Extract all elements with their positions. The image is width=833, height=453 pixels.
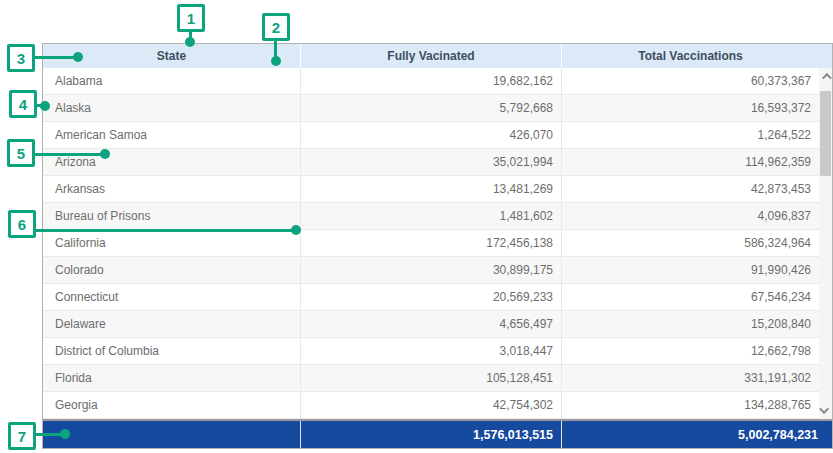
table-row[interactable]: Connecticut 20,569,233 67,546,234 [43, 284, 832, 311]
totals-fully-vaccinated: 1,576,013,515 [300, 421, 561, 448]
callout-7: 7 [8, 422, 36, 450]
column-header-fully-vaccinated[interactable]: Fully Vacinated [300, 44, 561, 68]
scroll-down-button[interactable] [819, 403, 832, 418]
state-cell: Florida [43, 365, 300, 391]
table-body: Alabama 19,682,162 60,373,367 Alaska 5,7… [43, 68, 832, 419]
state-cell: Connecticut [43, 284, 300, 310]
state-cell: Colorado [43, 257, 300, 283]
fully-vaccinated-cell: 3,018,447 [300, 338, 561, 364]
table-row[interactable]: American Samoa 426,070 1,264,522 [43, 122, 832, 149]
table-row[interactable]: Arkansas 13,481,269 42,873,453 [43, 176, 832, 203]
callout-5: 5 [7, 139, 35, 167]
fully-vaccinated-cell: 42,754,302 [300, 392, 561, 418]
table-header-row: State Fully Vacinated Total Vaccinations [43, 44, 832, 68]
total-vaccinations-cell: 16,593,372 [561, 95, 832, 121]
callout-1-dot [185, 37, 195, 47]
total-vaccinations-cell: 15,208,840 [561, 311, 832, 337]
callout-5-line [34, 153, 105, 156]
callout-3-dot [73, 52, 83, 62]
table-row[interactable]: Delaware 4,656,497 15,208,840 [43, 311, 832, 338]
table-row[interactable]: Alabama 19,682,162 60,373,367 [43, 68, 832, 95]
callout-4-dot [40, 101, 50, 111]
state-cell: Arkansas [43, 176, 300, 202]
totals-row: 1,576,013,515 5,002,784,231 [43, 421, 832, 448]
state-cell: Alabama [43, 68, 300, 94]
table-row[interactable]: Bureau of Prisons 1,481,602 4,096,837 [43, 203, 832, 230]
state-cell: Bureau of Prisons [43, 203, 300, 229]
total-vaccinations-cell: 42,873,453 [561, 176, 832, 202]
chevron-up-icon [822, 73, 832, 83]
fully-vaccinated-cell: 19,682,162 [300, 68, 561, 94]
total-vaccinations-cell: 4,096,837 [561, 203, 832, 229]
total-vaccinations-cell: 1,264,522 [561, 122, 832, 148]
fully-vaccinated-cell: 172,456,138 [300, 230, 561, 256]
table-row[interactable]: California 172,456,138 586,324,964 [43, 230, 832, 257]
vertical-scrollbar[interactable] [819, 68, 832, 419]
scroll-up-button[interactable] [819, 69, 832, 84]
total-vaccinations-cell: 331,191,302 [561, 365, 832, 391]
fully-vaccinated-cell: 426,070 [300, 122, 561, 148]
table-row[interactable]: Georgia 42,754,302 134,288,765 [43, 392, 832, 419]
table-row[interactable]: District of Columbia 3,018,447 12,662,79… [43, 338, 832, 365]
callout-6-line [35, 229, 297, 232]
fully-vaccinated-cell: 30,899,175 [300, 257, 561, 283]
fully-vaccinated-cell: 4,656,497 [300, 311, 561, 337]
total-vaccinations-cell: 134,288,765 [561, 392, 832, 418]
fully-vaccinated-cell: 1,481,602 [300, 203, 561, 229]
column-header-total-vaccinations[interactable]: Total Vaccinations [561, 44, 832, 68]
total-vaccinations-cell: 12,662,798 [561, 338, 832, 364]
state-cell: Delaware [43, 311, 300, 337]
fully-vaccinated-cell: 105,128,451 [300, 365, 561, 391]
callout-1: 1 [177, 4, 205, 32]
table-row[interactable]: Alaska 5,792,668 16,593,372 [43, 95, 832, 122]
table-row[interactable]: Florida 105,128,451 331,191,302 [43, 365, 832, 392]
total-vaccinations-cell: 586,324,964 [561, 230, 832, 256]
scrollbar-thumb[interactable] [820, 91, 831, 176]
total-vaccinations-cell: 91,990,426 [561, 257, 832, 283]
fully-vaccinated-cell: 13,481,269 [300, 176, 561, 202]
callout-6-dot [291, 225, 301, 235]
table-row[interactable]: Arizona 35,021,994 114,962,359 [43, 149, 832, 176]
callout-2-dot [271, 56, 281, 66]
table-row[interactable]: Colorado 30,899,175 91,990,426 [43, 257, 832, 284]
fully-vaccinated-cell: 35,021,994 [300, 149, 561, 175]
callout-6: 6 [8, 210, 36, 238]
total-vaccinations-cell: 114,962,359 [561, 149, 832, 175]
data-table: State Fully Vacinated Total Vaccinations… [42, 43, 833, 449]
total-vaccinations-cell: 67,546,234 [561, 284, 832, 310]
callout-4: 4 [9, 90, 37, 118]
state-cell: American Samoa [43, 122, 300, 148]
chevron-down-icon [819, 404, 829, 414]
totals-state-cell [43, 421, 300, 448]
total-vaccinations-cell: 60,373,367 [561, 68, 832, 94]
state-cell: Alaska [43, 95, 300, 121]
state-cell: Georgia [43, 392, 300, 418]
state-cell: California [43, 230, 300, 256]
state-cell: District of Columbia [43, 338, 300, 364]
fully-vaccinated-cell: 5,792,668 [300, 95, 561, 121]
callout-5-dot [100, 149, 110, 159]
fully-vaccinated-cell: 20,569,233 [300, 284, 561, 310]
annotated-table-screenshot: State Fully Vacinated Total Vaccinations… [0, 0, 833, 453]
totals-total-vaccinations: 5,002,784,231 [561, 421, 832, 448]
callout-3: 3 [7, 44, 35, 72]
callout-2: 2 [262, 13, 290, 41]
callout-7-dot [60, 429, 70, 439]
